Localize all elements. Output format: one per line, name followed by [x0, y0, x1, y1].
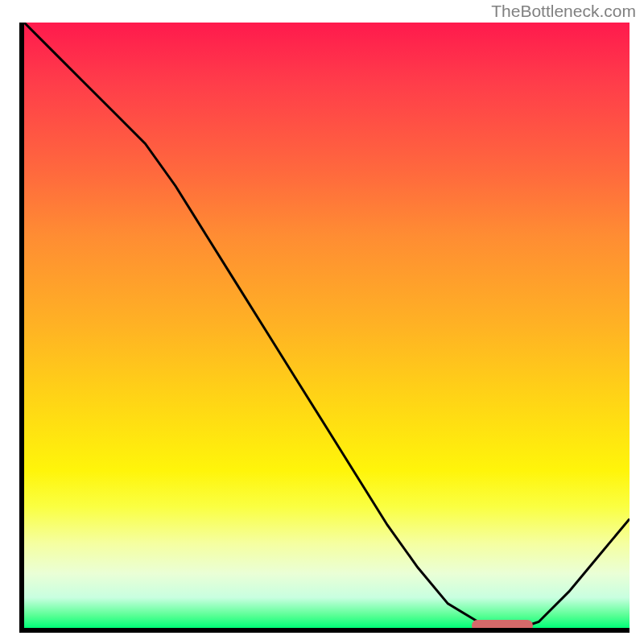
chart-axes-frame	[19, 23, 630, 633]
optimal-range-marker	[472, 620, 532, 628]
bottleneck-curve-svg	[24, 23, 630, 628]
bottleneck-curve-path	[24, 23, 630, 628]
attribution-text: TheBottleneck.com	[491, 2, 636, 21]
plot-area	[24, 23, 630, 628]
